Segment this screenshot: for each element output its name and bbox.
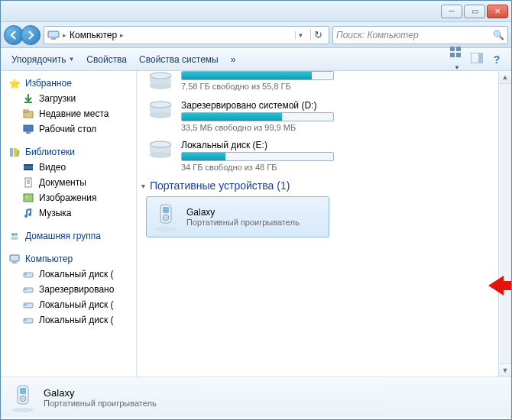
scrollbar[interactable]: ▲ ▼ [498,71,511,376]
svg-point-24 [11,233,15,236]
drive-capacity-bar [181,71,334,80]
sidebar-favorites-label: Избранное [25,78,72,89]
sidebar-libraries[interactable]: Библиотеки [1,144,136,160]
sidebar-item-drive[interactable]: Локальный диск ( [1,297,136,312]
scroll-up-button[interactable]: ▲ [499,71,511,84]
sidebar-computer[interactable]: Компьютер [1,251,136,267]
navigation-pane: ⭐ Избранное Загрузки Недавние места Раб [1,71,137,376]
svg-point-47 [150,152,171,158]
sidebar-computer-label: Компьютер [25,254,73,264]
drive-item[interactable]: Зарезервировано системой (D:) 33,5 МБ св… [147,100,501,132]
forward-button[interactable] [21,25,41,45]
star-icon: ⭐ [8,77,21,89]
svg-rect-11 [24,125,33,131]
sidebar-item-label: Локальный диск ( [39,269,114,279]
collapse-icon: ▾ [141,182,145,190]
address-bar[interactable]: ▸ Компьютер ▸ ▾ ↻ [44,26,329,44]
sidebar-item-downloads[interactable]: Загрузки [1,91,136,106]
device-name-label: Galaxy [186,207,300,218]
drive-icon [22,268,34,280]
svg-rect-18 [24,169,33,170]
svg-rect-14 [14,148,17,157]
sidebar-item-label: Рабочий стол [39,124,96,134]
search-input[interactable]: Поиск: Компьютер 🔍 [332,26,508,44]
homegroup-icon [8,230,21,242]
breadcrumb-root[interactable]: Компьютер [70,30,117,40]
music-icon [22,207,34,219]
drive-capacity-bar [181,112,334,121]
drive-item[interactable]: 7,58 ГБ свободно из 55,8 ГБ [147,71,501,92]
sidebar-item-music[interactable]: Музыка [1,205,136,221]
svg-rect-2 [450,47,455,51]
sidebar-item-videos[interactable]: Видео [1,160,136,175]
drive-icon [22,299,34,311]
details-type-label: Портативный проигрыватель [44,399,157,408]
drive-freespace-label: 34 ГБ свободно из 48 ГБ [181,163,334,172]
drive-icon [22,283,34,296]
svg-point-49 [155,227,177,231]
drive-item[interactable]: Локальный диск (E:) 34 ГБ свободно из 48… [147,140,501,172]
sidebar-item-pictures[interactable]: Изображения [1,190,136,205]
titlebar: ─ ▭ ✕ [1,1,511,22]
svg-rect-30 [24,273,27,275]
drive-icon [147,71,173,92]
scroll-down-button[interactable]: ▼ [499,363,511,376]
sidebar-item-desktop[interactable]: Рабочий стол [1,121,136,137]
svg-point-54 [12,408,34,412]
system-properties-label: Свойства системы [139,54,219,65]
documents-icon [22,176,34,189]
sidebar-libraries-label: Библиотеки [25,147,75,157]
overflow-button[interactable]: » [226,52,241,67]
svg-rect-4 [450,53,455,57]
sidebar-item-drive[interactable]: Локальный диск ( [1,267,136,282]
libraries-icon [8,146,21,158]
sidebar-item-recent[interactable]: Недавние места [1,106,136,121]
maximize-button[interactable]: ▭ [464,5,485,18]
properties-button[interactable]: Свойства [82,52,131,67]
drive-freespace-label: 33,5 МБ свободно из 99,9 МБ [181,123,334,132]
portable-device-icon [10,383,36,413]
sidebar-item-drive[interactable]: Локальный диск ( [1,312,136,328]
svg-point-48 [150,141,171,147]
svg-point-52 [163,215,169,221]
organize-button[interactable]: Упорядочить ▼ [7,52,79,67]
svg-rect-20 [24,194,33,202]
portable-devices-header[interactable]: ▾ Портативные устройства (1) [141,179,501,192]
drive-icon [147,100,173,121]
svg-rect-7 [478,53,483,63]
system-properties-button[interactable]: Свойства системы [134,52,223,67]
sidebar-homegroup[interactable]: Домашняя группа [1,228,136,244]
refresh-button[interactable]: ↻ [310,29,326,40]
section-title: Портативные устройства (1) [150,179,290,192]
sidebar-item-documents[interactable]: Документы [1,175,136,190]
recent-icon [22,108,34,120]
svg-rect-34 [24,304,27,305]
chevron-down-icon: ▼ [68,56,74,63]
preview-pane-button[interactable] [468,53,485,66]
svg-rect-1 [51,38,56,40]
svg-rect-32 [24,289,27,290]
address-dropdown[interactable]: ▾ [295,31,306,39]
sidebar-item-label: Недавние места [39,108,109,119]
sidebar-favorites[interactable]: ⭐ Избранное [1,76,136,91]
desktop-icon [22,123,34,135]
svg-rect-5 [456,53,461,57]
minimize-button[interactable]: ─ [441,5,462,18]
computer-icon [47,29,60,41]
breadcrumb[interactable]: Компьютер ▸ [70,30,292,40]
svg-rect-12 [26,132,31,134]
portable-device-icon [153,202,179,232]
video-icon [22,161,34,173]
svg-rect-27 [10,255,19,261]
download-icon [22,92,34,105]
sidebar-item-drive[interactable]: Зарезервировано [1,282,136,297]
search-icon: 🔍 [493,30,504,40]
view-button[interactable]: ▼ [449,47,465,72]
nav-bar: ▸ Компьютер ▸ ▾ ↻ Поиск: Компьютер 🔍 [1,22,511,48]
nav-arrows [4,25,41,45]
sidebar-item-label: Документы [39,177,86,188]
help-button[interactable]: ? [488,53,505,66]
svg-rect-51 [163,207,169,213]
device-tile-galaxy[interactable]: Galaxy Портативный проигрыватель [146,196,329,237]
close-button[interactable]: ✕ [487,5,508,18]
